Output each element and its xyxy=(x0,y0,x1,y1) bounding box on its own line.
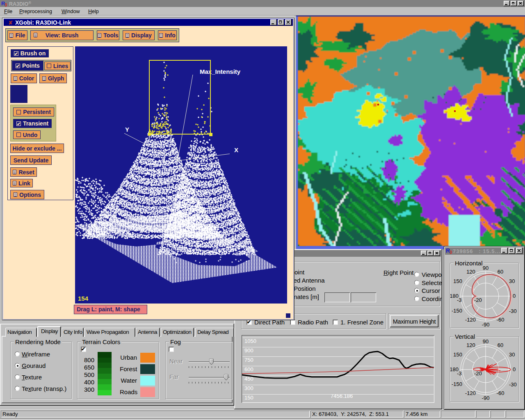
svg-text:X: X xyxy=(234,146,238,153)
svg-text:-120: -120 xyxy=(465,317,476,323)
svg-text:-150: -150 xyxy=(452,381,462,387)
svg-text:600: 600 xyxy=(244,366,253,372)
svg-text:150: 150 xyxy=(453,352,462,358)
svg-text:-30: -30 xyxy=(509,381,517,388)
svg-text:-20: -20 xyxy=(474,370,482,377)
svg-text:-60: -60 xyxy=(497,390,504,396)
svg-text:150: 150 xyxy=(244,395,253,401)
svg-text:-3: -3 xyxy=(457,297,462,303)
svg-text:0: 0 xyxy=(513,366,516,372)
svg-text:1050: 1050 xyxy=(244,338,256,344)
svg-text:60: 60 xyxy=(498,269,503,275)
svg-text:7456.186: 7456.186 xyxy=(331,393,353,399)
svg-text:30: 30 xyxy=(509,352,515,358)
svg-text:120: 120 xyxy=(466,342,475,348)
svg-text:120: 120 xyxy=(466,269,475,275)
svg-text:0: 0 xyxy=(513,293,516,299)
svg-text:300: 300 xyxy=(244,385,253,391)
svg-text:154: 154 xyxy=(78,295,89,302)
svg-text:30: 30 xyxy=(509,278,515,284)
svg-text:150: 150 xyxy=(453,278,462,284)
svg-text:-30: -30 xyxy=(509,308,517,314)
svg-text:-90: -90 xyxy=(482,322,490,328)
svg-text:Y: Y xyxy=(125,126,129,133)
svg-text:-120: -120 xyxy=(465,390,476,396)
svg-text:Max_Intensity: Max_Intensity xyxy=(200,68,241,75)
svg-text:90: 90 xyxy=(483,265,488,271)
svg-text:750: 750 xyxy=(244,357,253,363)
svg-text:-150: -150 xyxy=(452,308,462,314)
svg-text:-90: -90 xyxy=(482,395,490,401)
svg-text:-60: -60 xyxy=(497,317,504,323)
svg-text:60: 60 xyxy=(498,342,503,348)
svg-text:-3: -3 xyxy=(457,370,462,377)
svg-text:900: 900 xyxy=(244,347,253,354)
svg-text:90: 90 xyxy=(483,338,488,345)
svg-text:-20: -20 xyxy=(474,297,482,303)
